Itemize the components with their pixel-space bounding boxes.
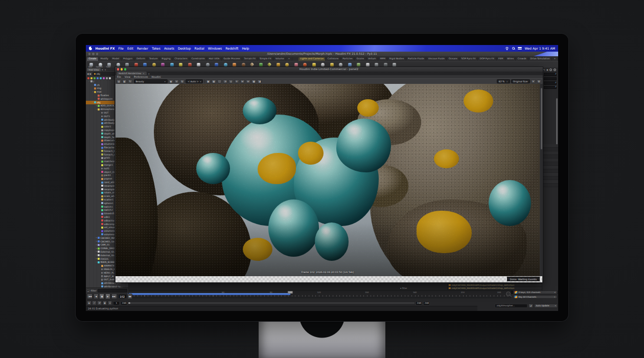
key-all-channels-button[interactable]: Key All Channels⇕	[513, 295, 557, 299]
jump-end-button[interactable]: ▶▶|	[111, 294, 117, 299]
shelf-tab[interactable]: Vellum	[366, 57, 378, 61]
zoom-in-icon[interactable]: ⊞	[240, 79, 245, 83]
global-end-field-a[interactable]: 240	[416, 301, 422, 305]
shelf-tab[interactable]: SOP Pyro FX	[459, 57, 478, 61]
shelf-tool-icon[interactable]	[294, 63, 298, 66]
playhead-marker[interactable]: 102	[288, 291, 293, 294]
shelf-tab[interactable]: Terrain FX	[242, 57, 258, 61]
timeline[interactable]: 6090120150180210240 102	[127, 290, 511, 298]
range-end-field[interactable]: 240	[121, 301, 127, 305]
tiles-icon[interactable]: ▩	[251, 79, 256, 83]
filter-checkbox[interactable]: ✓	[87, 289, 89, 292]
shelf-tab[interactable]: Wires	[505, 57, 516, 61]
add-tab-icon[interactable]: +	[104, 69, 106, 71]
menu-item[interactable]: Desktop	[178, 47, 191, 50]
shelf-tool-icon[interactable]	[267, 62, 271, 66]
help-icon[interactable]: ?	[554, 69, 556, 71]
shelf-tool-icon[interactable]	[197, 63, 200, 66]
menu-item[interactable]: Radial	[195, 47, 204, 50]
shelf-tool-icon[interactable]	[233, 63, 236, 66]
node-jump-icon[interactable]: ↱	[555, 73, 557, 75]
shelf-tool-icon[interactable]	[366, 63, 370, 66]
spotlight-icon[interactable]	[512, 47, 515, 50]
shelf-tool-icon[interactable]	[303, 63, 307, 66]
node-jump-icon[interactable]: ↱	[555, 81, 557, 84]
crosshair-icon[interactable]: ✛	[235, 79, 239, 83]
audio-icon[interactable]: ♪	[92, 301, 97, 305]
shelf-tool-icon[interactable]	[393, 63, 396, 66]
tree-view-tab[interactable]: Tree View	[87, 68, 101, 72]
stop-button[interactable]: ■	[99, 294, 104, 299]
refresh-icon[interactable]: ↺	[528, 304, 533, 308]
shelf-tool-icon[interactable]	[242, 63, 245, 66]
render-menu-item[interactable]: Preferences	[134, 76, 148, 78]
save-icon[interactable]: ▤	[117, 79, 121, 83]
render-menu-item[interactable]: View	[125, 76, 130, 78]
tree-filter-icon[interactable]	[94, 77, 96, 79]
auto-snapshot-select[interactable]: < Auto > ▾	[186, 79, 203, 83]
checker-background-icon[interactable]: ▦	[212, 79, 216, 83]
shelf-tool-icon[interactable]	[134, 63, 138, 66]
range-arrows-button[interactable]: ◀▶	[127, 294, 132, 299]
dopesheet-icon[interactable]: ≈	[108, 301, 112, 305]
render-window-title-bar[interactable]: Houdini Indie Limited-Commercial - panel…	[115, 67, 543, 72]
node-jump-icon[interactable]: ↱	[555, 85, 557, 88]
shelf-tab[interactable]: Collisions	[326, 57, 340, 61]
shelf-tool-icon[interactable]	[259, 63, 263, 66]
focus-picker-icon[interactable]: ◎	[228, 79, 233, 83]
render-menu-item[interactable]: Houdini	[152, 76, 161, 78]
shelf-tool-icon[interactable]	[161, 63, 165, 66]
pane-filter-chip[interactable]: ▾ filter	[400, 286, 407, 290]
shelf-tab[interactable]: Volume	[273, 57, 286, 61]
shelf-tool-icon[interactable]	[206, 63, 210, 66]
renderview-tab[interactable]: Redshift RenderView ✕	[117, 72, 147, 75]
lock-icon[interactable]: ▣	[206, 79, 211, 83]
shelf-tab[interactable]: Oceans	[447, 57, 459, 61]
shelf-tool-icon[interactable]	[215, 63, 218, 66]
shelf-tab[interactable]: MPM	[378, 57, 387, 61]
menu-item[interactable]: Help	[242, 47, 249, 50]
shelf-tool-icon[interactable]	[188, 63, 192, 66]
realtime-toggle-icon[interactable]: ◉	[103, 301, 107, 305]
parameter-field[interactable]: ↱	[544, 81, 557, 85]
current-frame-field[interactable]: 102	[118, 294, 127, 299]
tree-filter-icon[interactable]	[109, 77, 111, 79]
shelf-tab[interactable]: Deform	[134, 57, 147, 61]
snapshot-icon[interactable]: ◧	[122, 79, 127, 83]
menu-item[interactable]: Assets	[164, 47, 174, 50]
auto-update-dropdown[interactable]: Auto Update▾	[534, 304, 558, 307]
shelf-tab[interactable]: Model	[110, 57, 122, 61]
render-scrollbar[interactable]	[540, 84, 542, 276]
shelf-tab[interactable]: Rigid Bodies	[387, 57, 406, 61]
shelf-tab[interactable]: Guide Process	[222, 57, 242, 61]
shelf-tab[interactable]: Particles	[341, 57, 355, 61]
close-icon[interactable]: ✕	[143, 72, 144, 75]
shelf-tab[interactable]: Lights and Cameras	[298, 57, 326, 61]
anim-options-icon[interactable]: ◈	[87, 301, 91, 305]
render-image[interactable]: Frame 102: 2026-02-06 20:03:50 (1m 54s)	[116, 84, 540, 276]
shelf-tab[interactable]: Modify	[99, 57, 110, 61]
magnifier-icon[interactable]	[506, 292, 511, 296]
shelf-tab[interactable]: Drive Simulation	[528, 57, 552, 61]
tree-filter-icon[interactable]	[87, 77, 89, 79]
scrub-icon[interactable]: ↺	[97, 301, 102, 305]
shelf-tool-icon[interactable]	[321, 63, 325, 66]
menu-item[interactable]: Windows	[208, 47, 222, 50]
shelf-tab[interactable]: Polygon	[122, 57, 135, 61]
shelf-tab[interactable]: Hair Utils	[207, 57, 222, 61]
parameter-field[interactable]	[544, 77, 557, 81]
shelf-tool-icon[interactable]	[330, 63, 334, 66]
ab-compare-icon[interactable]: ⊘	[174, 79, 179, 83]
shelf-tool-icon[interactable]	[375, 63, 378, 66]
shelf-tool-icon[interactable]	[179, 63, 182, 66]
shelf-tool-icon[interactable]	[384, 63, 387, 66]
split-view-icon[interactable]: ◨	[257, 79, 262, 83]
shelf-tab[interactable]: Simple FX	[258, 57, 274, 61]
control-center-icon[interactable]	[518, 47, 522, 50]
forward-icon[interactable]: ▶	[90, 73, 92, 75]
shelf-tool-icon[interactable]	[277, 63, 280, 66]
menu-item[interactable]: Edit	[127, 47, 133, 50]
menu-item[interactable]: Redshift	[225, 47, 238, 50]
image-size-select[interactable]: Original Size	[511, 79, 530, 83]
shelf-tool-icon[interactable]	[117, 63, 120, 66]
